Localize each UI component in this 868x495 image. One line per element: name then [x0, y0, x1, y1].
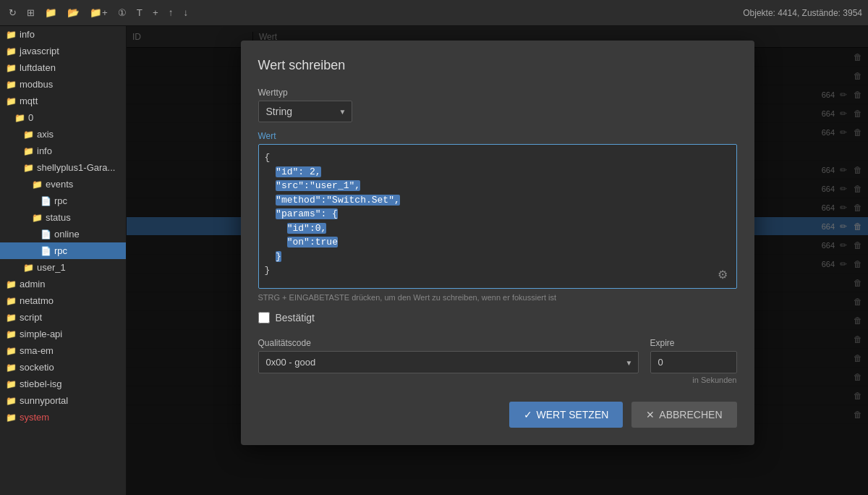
folder-add-button[interactable]: 📁+ [87, 6, 111, 20]
abbrechen-button[interactable]: ✕ ABBRECHEN [631, 402, 736, 428]
folder-icon: 📁 [32, 179, 43, 190]
folder-icon: 📁 [6, 396, 17, 406]
sidebar-item-axis[interactable]: 📁 axis [0, 126, 126, 143]
upload-button[interactable]: ↑ [166, 6, 176, 20]
sidebar-item-label: mqtt [20, 96, 38, 106]
sidebar-item-user1[interactable]: 📁 user_1 [0, 259, 126, 276]
folder-icon: 📁 [23, 163, 34, 173]
sidebar-item-label: stiebel-isg [20, 378, 62, 389]
sidebar-item-events[interactable]: 📁 events [0, 176, 126, 192]
dialog-title: Wert schreiben [258, 58, 737, 73]
sidebar-item-luftdaten[interactable]: 📁 luftdaten [0, 59, 126, 76]
sidebar-item-info[interactable]: 📁 info [0, 26, 126, 43]
sidebar-item-label: info [20, 29, 35, 40]
folder-icon: 📁 [6, 313, 17, 323]
folder-icon: 📁 [6, 46, 17, 56]
sidebar-item-mqtt[interactable]: 📁 mqtt [0, 93, 126, 109]
sidebar-item-admin[interactable]: 📁 admin [0, 276, 126, 292]
code-line: { [265, 151, 731, 165]
sidebar-item-label: events [46, 179, 73, 190]
sidebar-item-label: info [37, 145, 52, 156]
sidebar-item-label: 0 [28, 112, 33, 123]
folder-icon: 📁 [6, 30, 17, 40]
x-icon: ✕ [646, 409, 655, 420]
expire-input[interactable] [650, 351, 737, 373]
code-line: "method":"Switch.Set", [265, 193, 731, 208]
expire-unit: in Sekunden [650, 376, 737, 384]
qualitaetscode-label: Qualitätscode [258, 338, 639, 348]
sidebar-item-status[interactable]: 📁 status [0, 209, 126, 226]
sidebar-item-sunnyportal[interactable]: 📁 sunnyportal [0, 392, 126, 409]
sidebar-item-stiebel-isg[interactable]: 📁 stiebel-isg [0, 376, 126, 392]
folder-button[interactable]: 📁 [42, 6, 60, 20]
sidebar-item-label: sunnyportal [20, 395, 68, 406]
confirmed-row: Bestätigt [258, 312, 737, 323]
sidebar-item-script[interactable]: 📁 script [0, 309, 126, 326]
write-value-dialog: Wert schreiben Werttyp String Number Boo… [241, 41, 754, 445]
sidebar-item-label: netatmo [20, 295, 54, 306]
content-area: ID Wert — 🗑 — 🗑 [127, 26, 868, 495]
sidebar-item-system[interactable]: 📁 system [0, 409, 126, 426]
sidebar-item-label: modbus [20, 79, 53, 90]
bottom-options-row: Qualitätscode 0x00 - good 0x01 - uncerta… [258, 338, 737, 384]
sidebar-item-label: online [54, 229, 80, 240]
sidebar-item-socketio[interactable]: 📁 socketio [0, 359, 126, 376]
sidebar-item-label: admin [20, 279, 45, 289]
sidebar-item-label: luftdaten [20, 62, 56, 73]
folder-open-button[interactable]: 📂 [64, 6, 82, 20]
confirmed-checkbox[interactable] [258, 312, 270, 323]
sidebar-item-label: rpc [54, 195, 67, 206]
sidebar-item-label: shellyplus1-Gara... [37, 162, 115, 173]
folder-icon: 📁 [6, 279, 17, 289]
expire-section: Expire in Sekunden [650, 338, 737, 384]
dialog-overlay: Wert schreiben Werttyp String Number Boo… [127, 26, 868, 495]
checkmark-icon: ✓ [524, 409, 532, 420]
refresh-button[interactable]: ↻ [6, 6, 20, 20]
sidebar-item-sma-em[interactable]: 📁 sma-em [0, 342, 126, 359]
folder-icon: 📁 [6, 80, 17, 90]
sidebar-item-javascript[interactable]: 📁 javascript [0, 43, 126, 59]
sidebar-item-0[interactable]: 📁 0 [0, 109, 126, 126]
code-editor-wrapper: { "id": 2, "src":"user_1", "method":"Swi… [258, 144, 737, 289]
sidebar-item-simple-api[interactable]: 📁 simple-api [0, 326, 126, 342]
download-button[interactable]: ↓ [180, 6, 191, 20]
wert-setzen-button[interactable]: ✓ WERT SETZEN [509, 402, 624, 428]
quality-select-wrapper: 0x00 - good 0x01 - uncertain 0x02 - bad … [258, 351, 639, 373]
folder-icon: 📁 [6, 412, 17, 423]
code-line: } [265, 263, 731, 278]
sidebar-item-label: simple-api [20, 329, 62, 339]
sidebar-item-info2[interactable]: 📁 info [0, 143, 126, 159]
sidebar-item-label: javascript [20, 46, 59, 56]
file-icon: 📄 [41, 229, 51, 240]
hint-text: STRG + EINGABETASTE drücken, um den Wert… [258, 293, 737, 302]
sidebar-item-online[interactable]: 📄 online [0, 226, 126, 242]
sidebar-item-shellyplus1[interactable]: 📁 shellyplus1-Gara... [0, 159, 126, 176]
plus-button[interactable]: + [150, 6, 161, 20]
code-line: "on":true [265, 235, 731, 250]
wert-label: Wert [258, 131, 737, 141]
settings-icon[interactable]: ⚙ [714, 266, 731, 283]
sidebar-item-netatmo[interactable]: 📁 netatmo [0, 292, 126, 309]
sidebar-item-modbus[interactable]: 📁 modbus [0, 76, 126, 93]
sidebar-item-label: user_1 [37, 262, 66, 273]
file-icon: 📄 [41, 196, 51, 206]
wert-setzen-label: WERT SETZEN [537, 409, 609, 420]
text-button[interactable]: T [134, 6, 145, 20]
quality-section: Qualitätscode 0x00 - good 0x01 - uncerta… [258, 338, 639, 373]
sidebar-item-rpc-active[interactable]: 📄 rpc [0, 242, 126, 259]
toolbar: ↻ ⊞ 📁 📂 📁+ ① T + ↑ ↓ Objekte: 4414, Zust… [0, 0, 868, 26]
werttyp-select[interactable]: String Number Boolean Object Array [258, 101, 352, 122]
folder-icon: 📁 [6, 296, 17, 306]
abbrechen-label: ABBRECHEN [659, 409, 722, 420]
sidebar-item-label: system [20, 412, 49, 423]
qualitaetscode-select[interactable]: 0x00 - good 0x01 - uncertain 0x02 - bad [258, 351, 639, 373]
columns-button[interactable]: ⊞ [24, 6, 38, 20]
num-button[interactable]: ① [115, 6, 129, 20]
sidebar-item-label: status [46, 212, 71, 223]
code-editor[interactable]: { "id": 2, "src":"user_1", "method":"Swi… [258, 144, 737, 289]
folder-icon: 📁 [23, 146, 34, 156]
folder-icon: 📁 [6, 346, 17, 356]
code-line: "id": 2, [265, 165, 731, 179]
code-line: "id":0, [265, 221, 731, 236]
sidebar-item-rpc-file[interactable]: 📄 rpc [0, 192, 126, 209]
